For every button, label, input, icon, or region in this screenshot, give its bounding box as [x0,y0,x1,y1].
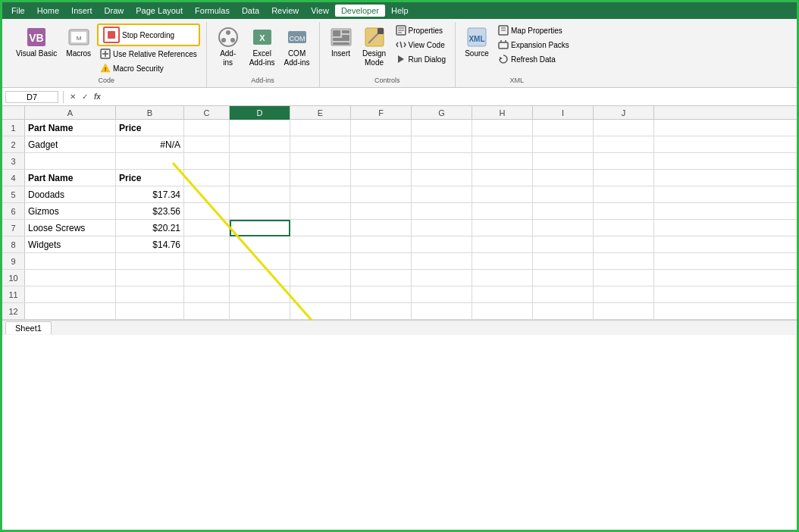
col-header-a[interactable]: A [25,106,116,120]
cell-j9[interactable] [594,253,654,270]
cell-d1[interactable] [230,120,290,136]
cell-d9[interactable] [230,253,290,270]
macros-button[interactable]: M Macros [63,23,94,60]
cell-c1[interactable] [184,120,230,136]
source-button[interactable]: XML Source [462,23,492,60]
cell-g12[interactable] [412,303,472,320]
name-box[interactable] [5,91,58,103]
cell-h11[interactable] [472,286,533,303]
cell-c10[interactable] [184,270,230,286]
cell-a7[interactable]: Loose Screws [25,220,116,236]
cell-e10[interactable] [290,270,351,286]
cell-g11[interactable] [412,286,472,303]
cell-d6[interactable] [230,203,290,220]
cell-g7[interactable] [412,220,472,236]
cell-g8[interactable] [412,236,472,253]
cell-i4[interactable] [533,170,594,186]
cell-d12[interactable] [230,303,290,320]
cell-e11[interactable] [290,286,351,303]
col-header-d[interactable]: D [230,106,290,120]
sheet-tab[interactable]: Sheet1 [5,321,52,334]
cell-d11[interactable] [230,286,290,303]
cell-j6[interactable] [594,203,654,220]
cell-g2[interactable] [412,136,472,153]
menu-home[interactable]: Home [31,5,65,17]
cell-a10[interactable] [25,270,116,286]
cell-c8[interactable] [184,236,230,253]
cell-i5[interactable] [533,186,594,203]
cell-f2[interactable] [351,136,412,153]
cell-b4[interactable]: Price [116,170,184,186]
menu-data[interactable]: Data [236,5,265,17]
cell-f7[interactable] [351,220,412,236]
col-header-g[interactable]: G [412,106,472,120]
cell-e6[interactable] [290,203,351,220]
cell-a2[interactable]: Gadget [25,136,116,153]
cell-c5[interactable] [184,186,230,203]
cell-i1[interactable] [533,120,594,136]
cell-a1[interactable]: Part Name [25,120,116,136]
cell-a6[interactable]: Gizmos [25,203,116,220]
cell-i11[interactable] [533,286,594,303]
confirm-formula-icon[interactable]: ✓ [80,91,89,102]
cancel-formula-icon[interactable]: ✕ [68,91,77,102]
cell-j12[interactable] [594,303,654,320]
menu-file[interactable]: File [5,5,31,17]
cell-a4[interactable]: Part Name [25,170,116,186]
design-mode-button[interactable]: DesignMode [359,23,390,69]
cell-g4[interactable] [412,170,472,186]
cell-e12[interactable] [290,303,351,320]
properties-button[interactable]: Properties [393,23,449,37]
menu-insert[interactable]: Insert [65,5,99,17]
cell-h8[interactable] [472,236,533,253]
cell-h3[interactable] [472,153,533,170]
cell-a3[interactable] [25,153,116,170]
col-header-e[interactable]: E [290,106,351,120]
cell-e2[interactable] [290,136,351,153]
cell-c11[interactable] [184,286,230,303]
cell-i6[interactable] [533,203,594,220]
cell-d8[interactable] [230,236,290,253]
cell-i3[interactable] [533,153,594,170]
cell-g3[interactable] [412,153,472,170]
cell-c12[interactable] [184,303,230,320]
cell-h9[interactable] [472,253,533,270]
formula-input[interactable] [105,92,794,102]
menu-view[interactable]: View [305,5,335,17]
refresh-data-button[interactable]: Refresh Data [495,52,572,66]
insert-button[interactable]: Insert [326,23,356,60]
col-header-c[interactable]: C [184,106,230,120]
cell-e9[interactable] [290,253,351,270]
cell-i2[interactable] [533,136,594,153]
cell-j11[interactable] [594,286,654,303]
cell-d3[interactable] [230,153,290,170]
cell-f8[interactable] [351,236,412,253]
cell-b7[interactable]: $20.21 [116,220,184,236]
macro-security-button[interactable]: ! Macro Security [97,61,200,75]
map-properties-button[interactable]: Map Properties [495,23,572,37]
cell-c7[interactable] [184,220,230,236]
cell-a9[interactable] [25,253,116,270]
cell-b10[interactable] [116,270,184,286]
cell-c9[interactable] [184,253,230,270]
cell-d4[interactable] [230,170,290,186]
col-header-f[interactable]: F [351,106,412,120]
cell-b3[interactable] [116,153,184,170]
cell-b2[interactable]: #N/A [116,136,184,153]
cell-j1[interactable] [594,120,654,136]
cell-c2[interactable] [184,136,230,153]
menu-review[interactable]: Review [265,5,305,17]
cell-h12[interactable] [472,303,533,320]
expansion-packs-button[interactable]: Expansion Packs [495,38,572,52]
menu-developer[interactable]: Developer [335,5,385,17]
cell-e3[interactable] [290,153,351,170]
cell-d2[interactable] [230,136,290,153]
col-header-i[interactable]: I [533,106,594,120]
cell-e8[interactable] [290,236,351,253]
cell-e5[interactable] [290,186,351,203]
stop-recording-ribbon-button[interactable]: Stop Recording [97,23,200,46]
cell-j10[interactable] [594,270,654,286]
cell-h6[interactable] [472,203,533,220]
cell-f1[interactable] [351,120,412,136]
menu-draw[interactable]: Draw [99,5,130,17]
